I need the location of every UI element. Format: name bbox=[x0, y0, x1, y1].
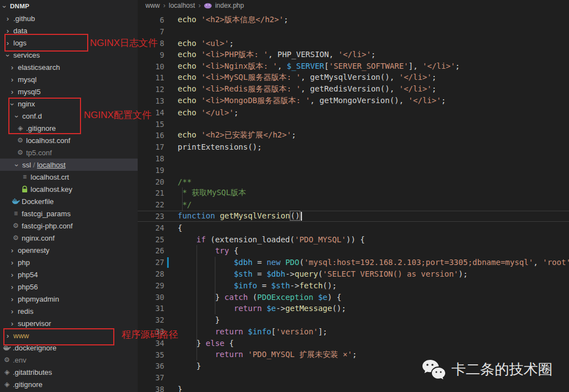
breadcrumb-item-www[interactable]: www bbox=[145, 2, 160, 9]
tree-item-ssl-localhost[interactable]: ›ssl / localhost bbox=[0, 159, 138, 171]
code-line-23[interactable]: 23function getMysqlVersion() bbox=[138, 211, 569, 222]
code-line-38[interactable]: 38} bbox=[138, 384, 569, 392]
code-line-14[interactable]: 14echo '</ul>'; bbox=[138, 106, 569, 118]
code-line-31[interactable]: 31 return $e->getMessage(); bbox=[138, 303, 569, 314]
chevron-down-icon[interactable]: › bbox=[8, 100, 17, 109]
tree-item-fastcgi-params[interactable]: ≡fastcgi_params bbox=[0, 207, 138, 220]
tree-item-php[interactable]: ›php bbox=[0, 256, 138, 268]
tree-item-label: data bbox=[13, 27, 27, 35]
breadcrumb-item-file[interactable]: index.php bbox=[215, 2, 244, 9]
tree-item-data[interactable]: ›data bbox=[0, 24, 138, 37]
code-line-34[interactable]: 34 } else { bbox=[138, 337, 569, 349]
code-line-15[interactable]: 15 bbox=[138, 118, 569, 130]
tree-item-redis[interactable]: ›redis bbox=[0, 305, 138, 317]
tree-item-supervisor[interactable]: ›supervisor bbox=[0, 317, 138, 329]
code-line-17[interactable]: 17printExtensions(); bbox=[138, 141, 569, 153]
code-line-7[interactable]: 7 bbox=[138, 26, 569, 38]
code-line-35[interactable]: 35 return 'PDO_MYSQL 扩展未安装 ×'; bbox=[138, 349, 569, 360]
file-explorer: ›DNMP›.github›data›logs›services›elastic… bbox=[0, 0, 138, 392]
code-line-20[interactable]: 20/** bbox=[138, 176, 569, 187]
tree-item-nginx[interactable]: ›nginx bbox=[0, 98, 138, 110]
code-token: (); bbox=[323, 281, 336, 290]
code-line-25[interactable]: 25 if (extension_loaded('PDO_MYSQL')) { bbox=[138, 233, 569, 245]
code-line-9[interactable]: 9echo '<li>PHP版本: ', PHP_VERSION, '</li>… bbox=[138, 49, 569, 60]
chevron-right-icon[interactable]: › bbox=[8, 88, 17, 96]
tree-item-gitignore[interactable]: ◈.gitignore bbox=[0, 378, 138, 390]
code-line-22[interactable]: 22 */ bbox=[138, 199, 569, 211]
code-line-33[interactable]: 33 return $info['version']; bbox=[138, 326, 569, 338]
tree-item-github[interactable]: ›.github bbox=[0, 12, 138, 24]
code-line-10[interactable]: 10echo '<li>Nginx版本: ', $_SERVER['SERVER… bbox=[138, 60, 569, 72]
code-token: $_SERVER bbox=[287, 62, 324, 70]
code-line-27[interactable]: 27 $dbh = new PDO('mysql:host=192.168.2.… bbox=[138, 257, 569, 268]
chevron-right-icon[interactable]: › bbox=[8, 295, 17, 303]
chevron-down-icon[interactable]: › bbox=[1, 2, 9, 11]
code-line-36[interactable]: 36 } bbox=[138, 360, 569, 372]
code-text: /** bbox=[178, 177, 192, 186]
chevron-right-icon[interactable]: › bbox=[3, 27, 12, 35]
chevron-right-icon[interactable]: › bbox=[3, 332, 12, 340]
chevron-down-icon[interactable]: › bbox=[13, 112, 21, 121]
chevron-right-icon[interactable]: › bbox=[3, 14, 12, 23]
code-line-30[interactable]: 30 } catch (PDOException $e) { bbox=[138, 291, 569, 303]
code-line-29[interactable]: 29 $info = $sth->fetch(); bbox=[138, 279, 569, 291]
tree-item-gitattributes[interactable]: ◈.gitattributes bbox=[0, 366, 138, 378]
tree-item-fastcgi-php-conf[interactable]: ⚙fastcgi-php.conf bbox=[0, 220, 138, 232]
chevron-right-icon[interactable]: › bbox=[8, 307, 17, 315]
tree-item-label: conf.d bbox=[22, 112, 42, 120]
tree-item-phpmyadmin[interactable]: ›phpmyadmin bbox=[0, 293, 138, 305]
code-line-32[interactable]: 32 } bbox=[138, 314, 569, 326]
chevron-right-icon[interactable]: › bbox=[8, 63, 17, 72]
tree-item-www[interactable]: ›www bbox=[0, 329, 138, 342]
chevron-right-icon[interactable]: › bbox=[8, 283, 17, 291]
code-line-21[interactable]: 21 * 获取MySQL版本 bbox=[138, 187, 569, 199]
chevron-right-icon[interactable]: › bbox=[8, 75, 17, 84]
gutter-space bbox=[164, 372, 178, 384]
tree-item-dockerignore[interactable]: .dockerignore bbox=[0, 342, 138, 354]
chevron-right-icon[interactable]: › bbox=[8, 246, 17, 254]
tree-item-localhost-crt[interactable]: ≡localhost.crt bbox=[0, 171, 138, 183]
diamond-icon: ◈ bbox=[16, 124, 25, 132]
chevron-right-icon[interactable]: › bbox=[3, 39, 12, 47]
tree-item-gitignore[interactable]: ◈.gitignore bbox=[0, 122, 138, 134]
code-area[interactable]: 6echo '<h2>版本信息</h2>';78echo '<ul>';9ech… bbox=[138, 14, 569, 392]
tree-item-tp5-conf[interactable]: ⚙tp5.conf bbox=[0, 146, 138, 159]
tree-root-dnmp[interactable]: ›DNMP bbox=[0, 0, 138, 12]
tree-item-openresty[interactable]: ›openresty bbox=[0, 244, 138, 256]
code-line-18[interactable]: 18 bbox=[138, 153, 569, 165]
tree-item-elasticsearch[interactable]: ›elasticsearch bbox=[0, 61, 138, 73]
code-line-26[interactable]: 26 try { bbox=[138, 245, 569, 257]
chevron-right-icon[interactable]: › bbox=[8, 319, 17, 328]
tree-item-localhost-conf[interactable]: ⚙localhost.conf bbox=[0, 134, 138, 146]
code-line-11[interactable]: 11echo '<li>MySQL服务器版本: ', getMysqlVersi… bbox=[138, 72, 569, 84]
tree-item-php56[interactable]: ›php56 bbox=[0, 281, 138, 293]
chevron-right-icon[interactable]: › bbox=[8, 258, 17, 267]
code-line-37[interactable]: 37 bbox=[138, 372, 569, 384]
tree-item-services[interactable]: ›services bbox=[0, 49, 138, 61]
code-line-16[interactable]: 16echo '<h2>已安装扩展</h2>'; bbox=[138, 130, 569, 141]
tree-item-env[interactable]: ⚙.env bbox=[0, 354, 138, 366]
code-line-12[interactable]: 12echo '<li>Redis服务器版本: ', getRedisVersi… bbox=[138, 84, 569, 95]
code-token: $dbh bbox=[234, 258, 253, 267]
code-line-28[interactable]: 28 $sth = $dbh->query('SELECT VERSION() … bbox=[138, 268, 569, 280]
code-line-8[interactable]: 8echo '<ul>'; bbox=[138, 38, 569, 49]
chevron-down-icon[interactable]: › bbox=[4, 51, 12, 60]
code-text: echo '<li>Redis服务器版本: ', getRedisVersion… bbox=[178, 84, 436, 94]
tree-item-label: fastcgi_params bbox=[22, 210, 71, 218]
chevron-right-icon[interactable]: › bbox=[8, 271, 17, 279]
tree-item-localhost-key[interactable]: localhost.key bbox=[0, 183, 138, 195]
tree-item-mysql5[interactable]: ›mysql5 bbox=[0, 85, 138, 98]
breadcrumb-item-localhost[interactable]: localhost bbox=[169, 2, 195, 9]
code-line-24[interactable]: 24{ bbox=[138, 222, 569, 233]
code-line-13[interactable]: 13echo '<li>MongoDB服务器版本: ', getMongoVer… bbox=[138, 95, 569, 107]
tree-item-dockerfile[interactable]: Dockerfile bbox=[0, 195, 138, 207]
tree-item-php54[interactable]: ›php54 bbox=[0, 268, 138, 281]
tree-item-nginx-conf[interactable]: ⚙nginx.conf bbox=[0, 232, 138, 244]
tree-item-conf-d[interactable]: ›conf.d bbox=[0, 110, 138, 122]
code-line-6[interactable]: 6echo '<h2>版本信息</h2>'; bbox=[138, 14, 569, 26]
chevron-down-icon[interactable]: › bbox=[13, 161, 21, 170]
tree-item-mysql[interactable]: ›mysql bbox=[0, 73, 138, 85]
tree-item-logs[interactable]: ›logs bbox=[0, 37, 138, 49]
code-token: $info bbox=[248, 327, 271, 336]
code-line-19[interactable]: 19 bbox=[138, 164, 569, 176]
